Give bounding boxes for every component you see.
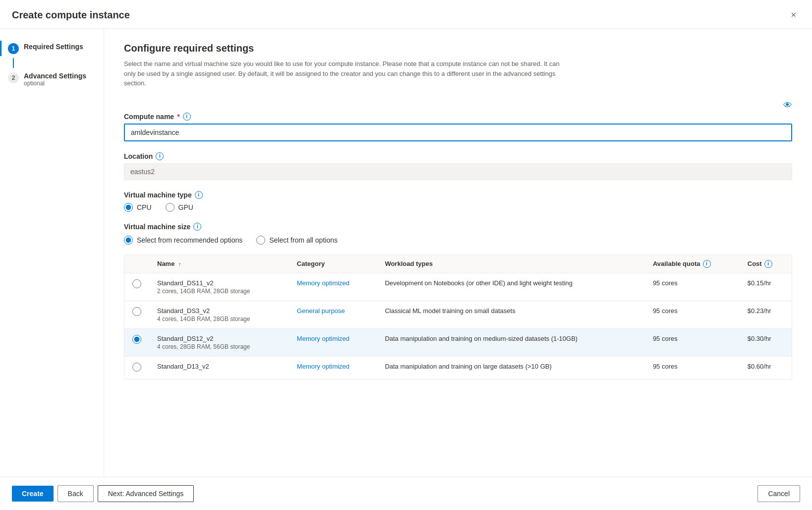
row-category-cell[interactable]: Memory optimized [289, 273, 377, 301]
vm-type-gpu-radio[interactable] [166, 203, 174, 212]
vm-size-label: Virtual machine size i [124, 223, 792, 231]
row-name-cell: Standard_D13_v2 [149, 356, 289, 379]
compute-name-info-icon[interactable]: i [183, 113, 191, 121]
vm-size-all-label: Select from all options [269, 236, 338, 244]
table-row[interactable]: Standard_D13_v2Memory optimizedData mani… [124, 356, 792, 379]
row-name-cell: Standard_DS11_v22 cores, 14GB RAM, 28GB … [149, 273, 289, 301]
row-select-radio-2[interactable] [132, 335, 141, 344]
vm-size-table-container: Name ↑ Category Workload types Available… [124, 255, 792, 380]
table-row[interactable]: Standard_DS3_v24 cores, 14GB RAM, 28GB s… [124, 301, 792, 328]
row-vm-specs: 2 cores, 14GB RAM, 28GB storage [157, 288, 281, 295]
step-2-number: 2 [8, 72, 19, 83]
location-info-icon[interactable]: i [156, 152, 164, 160]
vm-size-field-group: Virtual machine size i Select from recom… [124, 223, 792, 380]
row-select-radio-3[interactable] [132, 363, 141, 372]
sidebar: 1 Required Settings 2 Advanced Settings … [0, 29, 104, 477]
vm-type-gpu-label: GPU [178, 203, 193, 211]
row-category-link[interactable]: Memory optimized [297, 363, 349, 370]
create-button[interactable]: Create [12, 486, 54, 502]
row-radio-cell [124, 301, 149, 328]
vm-size-info-icon[interactable]: i [193, 223, 201, 231]
row-quota-cell: 95 cores [645, 356, 740, 379]
row-category-cell[interactable]: General purpose [289, 301, 377, 328]
vm-size-recommended-option[interactable]: Select from recommended options [124, 236, 242, 245]
row-cost-cell: $0.23/hr [740, 301, 792, 328]
step-1-label: Required Settings [24, 43, 83, 51]
row-cost-cell: $0.15/hr [740, 273, 792, 301]
table-row[interactable]: Standard_DS11_v22 cores, 14GB RAM, 28GB … [124, 273, 792, 301]
row-vm-specs: 4 cores, 28GB RAM, 56GB storage [157, 343, 281, 350]
table-row[interactable]: Standard_DS12_v24 cores, 28GB RAM, 56GB … [124, 328, 792, 356]
step-2-label: Advanced Settings optional [24, 72, 86, 87]
compute-name-input[interactable] [124, 124, 792, 141]
dialog-body: 1 Required Settings 2 Advanced Settings … [0, 29, 812, 477]
row-workload-cell: Data manipulation and training on large … [377, 356, 645, 379]
row-radio-cell [124, 328, 149, 356]
th-category: Category [289, 255, 377, 273]
vm-size-options: Select from recommended options Select f… [124, 236, 792, 245]
cancel-button[interactable]: Cancel [757, 485, 800, 502]
row-workload-cell: Development on Notebooks (or other IDE) … [377, 273, 645, 301]
sidebar-item-advanced-settings[interactable]: 2 Advanced Settings optional [0, 68, 104, 91]
th-workload: Workload types [377, 255, 645, 273]
row-quota-cell: 95 cores [645, 301, 740, 328]
vm-size-recommended-radio[interactable] [124, 236, 133, 245]
vm-type-radio-group: CPU GPU [124, 203, 792, 212]
row-category-link[interactable]: General purpose [297, 307, 345, 315]
close-button[interactable]: × [787, 8, 800, 22]
step-1-number: 1 [8, 43, 19, 54]
quota-info-icon[interactable]: i [703, 260, 711, 268]
row-category-cell[interactable]: Memory optimized [289, 356, 377, 379]
dialog-footer: Create Back Next: Advanced Settings Canc… [0, 477, 812, 510]
row-category-link[interactable]: Memory optimized [297, 279, 349, 287]
row-select-radio-0[interactable] [132, 279, 141, 288]
row-cost-cell: $0.30/hr [740, 328, 792, 356]
th-cost: Cost i [740, 255, 792, 273]
name-sort-icon[interactable]: ↑ [178, 261, 181, 267]
th-radio [124, 255, 149, 273]
vm-size-recommended-label: Select from recommended options [137, 236, 242, 244]
vm-size-all-radio[interactable] [256, 236, 265, 245]
location-label: Location i [124, 152, 792, 160]
cost-info-icon[interactable]: i [764, 260, 772, 268]
step-2-title: Advanced Settings [24, 72, 86, 80]
location-input [124, 163, 792, 180]
row-category-cell[interactable]: Memory optimized [289, 328, 377, 356]
vm-type-cpu-option[interactable]: CPU [124, 203, 152, 212]
step-1-title: Required Settings [24, 43, 83, 51]
row-workload-cell: Classical ML model training on small dat… [377, 301, 645, 328]
section-description: Select the name and virtual machine size… [124, 59, 570, 88]
dialog-header: Create compute instance × [0, 0, 812, 29]
next-button[interactable]: Next: Advanced Settings [98, 485, 194, 502]
table-header-row: Name ↑ Category Workload types Available… [124, 255, 792, 273]
back-button[interactable]: Back [58, 485, 94, 502]
vm-size-all-option[interactable]: Select from all options [256, 236, 338, 245]
row-vm-name: Standard_DS3_v2 [157, 307, 281, 315]
sidebar-item-required-settings[interactable]: 1 Required Settings [0, 39, 104, 58]
row-category-link[interactable]: Memory optimized [297, 335, 349, 342]
eye-icon-container: 👁 [124, 100, 792, 111]
row-quota-cell: 95 cores [645, 328, 740, 356]
dialog-title: Create compute instance [12, 9, 130, 21]
row-radio-cell [124, 356, 149, 379]
row-radio-cell [124, 273, 149, 301]
visibility-icon[interactable]: 👁 [783, 100, 792, 111]
vm-type-info-icon[interactable]: i [195, 191, 203, 199]
step-2-subtitle: optional [24, 80, 86, 87]
row-name-cell: Standard_DS12_v24 cores, 28GB RAM, 56GB … [149, 328, 289, 356]
vm-size-table: Name ↑ Category Workload types Available… [124, 255, 792, 379]
location-field-group: Location i [124, 152, 792, 180]
row-vm-name: Standard_D13_v2 [157, 363, 281, 370]
row-name-cell: Standard_DS3_v24 cores, 14GB RAM, 28GB s… [149, 301, 289, 328]
compute-name-field-group: 👁 Compute name * i [124, 100, 792, 141]
vm-type-label: Virtual machine type i [124, 191, 792, 199]
main-content: Configure required settings Select the n… [104, 29, 812, 477]
vm-type-gpu-option[interactable]: GPU [166, 203, 193, 212]
row-vm-name: Standard_DS12_v2 [157, 335, 281, 342]
step-connector [13, 58, 14, 68]
row-select-radio-1[interactable] [132, 307, 141, 316]
section-title: Configure required settings [124, 43, 792, 54]
vm-type-cpu-radio[interactable] [124, 203, 133, 212]
row-vm-specs: 4 cores, 14GB RAM, 28GB storage [157, 316, 281, 322]
th-quota: Available quota i [645, 255, 740, 273]
